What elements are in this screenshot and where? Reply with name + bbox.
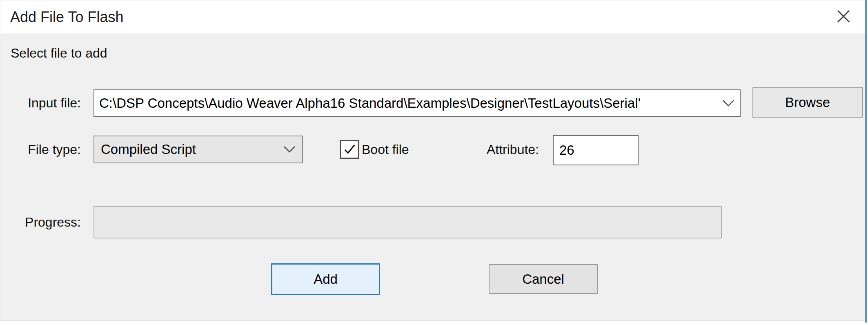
boot-file-label[interactable]: Boot file (362, 136, 409, 163)
input-file-label: Input file: (0, 89, 81, 117)
cancel-button[interactable]: Cancel (489, 264, 598, 294)
input-file-combobox[interactable] (93, 89, 741, 117)
close-button[interactable] (830, 3, 857, 29)
input-file-field[interactable] (94, 90, 717, 116)
window-accent-border (865, 0, 867, 323)
chevron-down-icon (283, 146, 296, 153)
file-type-select[interactable]: Compiled Script (93, 136, 303, 163)
progress-bar (93, 206, 722, 238)
title-bar[interactable]: Add File To Flash (0, 0, 865, 33)
add-file-to-flash-dialog: Add File To Flash Select file to add Inp… (0, 0, 868, 325)
input-file-dropdown-button[interactable] (717, 90, 740, 116)
browse-button[interactable]: Browse (752, 87, 863, 118)
attribute-label: Attribute: (457, 136, 539, 163)
attribute-input[interactable] (553, 135, 639, 165)
file-type-label: File type: (0, 136, 81, 163)
window-title: Add File To Flash (10, 0, 123, 34)
close-icon (835, 7, 852, 25)
file-type-value: Compiled Script (101, 142, 196, 157)
checkmark-icon (343, 143, 356, 156)
section-label: Select file to add (11, 46, 107, 61)
chevron-down-icon (722, 100, 734, 107)
progress-label: Progress: (0, 206, 81, 238)
boot-file-checkbox[interactable] (340, 140, 359, 159)
dialog-body (0, 33, 865, 321)
add-button[interactable]: Add (271, 263, 380, 295)
